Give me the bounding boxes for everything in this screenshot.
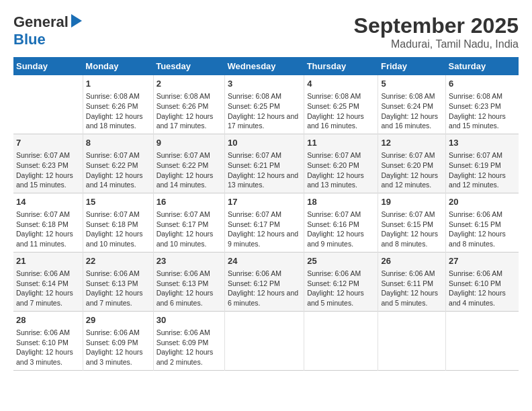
calendar-week-row: 7Sunrise: 6:07 AM Sunset: 6:23 PM Daylig…	[13, 134, 519, 193]
calendar-cell	[304, 311, 378, 370]
day-number: 24	[228, 255, 301, 267]
calendar-week-row: 14Sunrise: 6:07 AM Sunset: 6:18 PM Dayli…	[13, 193, 519, 252]
day-info: Sunrise: 6:07 AM Sunset: 6:22 PM Dayligh…	[157, 150, 222, 190]
day-info: Sunrise: 6:07 AM Sunset: 6:16 PM Dayligh…	[307, 210, 375, 249]
month-title: September 2025	[354, 13, 519, 38]
calendar-cell: 21Sunrise: 6:06 AM Sunset: 6:14 PM Dayli…	[13, 252, 83, 311]
day-info: Sunrise: 6:07 AM Sunset: 6:20 PM Dayligh…	[381, 150, 443, 190]
day-number: 5	[381, 78, 443, 90]
day-info: Sunrise: 6:06 AM Sunset: 6:10 PM Dayligh…	[449, 269, 516, 308]
day-info: Sunrise: 6:07 AM Sunset: 6:22 PM Dayligh…	[86, 150, 150, 190]
calendar-cell: 13Sunrise: 6:07 AM Sunset: 6:19 PM Dayli…	[446, 134, 519, 193]
day-info: Sunrise: 6:07 AM Sunset: 6:20 PM Dayligh…	[307, 150, 375, 190]
day-number: 16	[157, 196, 222, 208]
day-info: Sunrise: 6:06 AM Sunset: 6:15 PM Dayligh…	[449, 210, 516, 249]
day-number: 19	[381, 196, 443, 208]
calendar-cell	[13, 75, 83, 134]
day-info: Sunrise: 6:06 AM Sunset: 6:12 PM Dayligh…	[307, 269, 375, 308]
day-number: 9	[157, 137, 222, 149]
calendar-cell: 3Sunrise: 6:08 AM Sunset: 6:25 PM Daylig…	[225, 75, 304, 134]
day-info: Sunrise: 6:06 AM Sunset: 6:14 PM Dayligh…	[16, 269, 80, 308]
calendar-table: Sunday Monday Tuesday Wednesday Thursday…	[13, 57, 519, 371]
day-number: 30	[157, 314, 222, 326]
calendar-cell: 6Sunrise: 6:08 AM Sunset: 6:23 PM Daylig…	[446, 75, 519, 134]
calendar-cell: 28Sunrise: 6:06 AM Sunset: 6:10 PM Dayli…	[13, 311, 83, 370]
calendar-cell: 2Sunrise: 6:08 AM Sunset: 6:26 PM Daylig…	[153, 75, 224, 134]
day-info: Sunrise: 6:06 AM Sunset: 6:10 PM Dayligh…	[16, 328, 80, 367]
col-tuesday: Tuesday	[153, 57, 224, 75]
day-number: 22	[86, 255, 150, 267]
day-info: Sunrise: 6:08 AM Sunset: 6:25 PM Dayligh…	[307, 91, 375, 131]
day-number: 4	[307, 78, 375, 90]
calendar-cell	[225, 311, 304, 370]
day-number: 15	[86, 196, 150, 208]
calendar-cell: 9Sunrise: 6:07 AM Sunset: 6:22 PM Daylig…	[153, 134, 224, 193]
day-info: Sunrise: 6:06 AM Sunset: 6:09 PM Dayligh…	[157, 328, 222, 367]
day-number: 7	[16, 137, 80, 149]
col-monday: Monday	[83, 57, 153, 75]
day-number: 1	[86, 78, 150, 90]
calendar-cell: 4Sunrise: 6:08 AM Sunset: 6:25 PM Daylig…	[304, 75, 378, 134]
day-number: 26	[381, 255, 443, 267]
day-info: Sunrise: 6:08 AM Sunset: 6:26 PM Dayligh…	[157, 91, 222, 131]
calendar-cell: 1Sunrise: 6:08 AM Sunset: 6:26 PM Daylig…	[83, 75, 153, 134]
day-number: 17	[228, 196, 301, 208]
day-info: Sunrise: 6:07 AM Sunset: 6:17 PM Dayligh…	[228, 210, 301, 249]
day-number: 2	[157, 78, 222, 90]
col-wednesday: Wednesday	[225, 57, 304, 75]
day-number: 29	[86, 314, 150, 326]
col-friday: Friday	[378, 57, 446, 75]
logo-blue-text: Blue	[13, 31, 46, 48]
day-number: 23	[157, 255, 222, 267]
location: Madurai, Tamil Nadu, India	[354, 38, 519, 50]
day-info: Sunrise: 6:07 AM Sunset: 6:15 PM Dayligh…	[381, 210, 443, 249]
logo: General Blue	[13, 13, 82, 48]
calendar-cell: 27Sunrise: 6:06 AM Sunset: 6:10 PM Dayli…	[446, 252, 519, 311]
day-number: 10	[228, 137, 301, 149]
day-number: 11	[307, 137, 375, 149]
day-info: Sunrise: 6:07 AM Sunset: 6:17 PM Dayligh…	[157, 210, 222, 249]
day-info: Sunrise: 6:06 AM Sunset: 6:11 PM Dayligh…	[381, 269, 443, 308]
day-info: Sunrise: 6:07 AM Sunset: 6:19 PM Dayligh…	[449, 150, 516, 190]
title-block: September 2025 Madurai, Tamil Nadu, Indi…	[354, 13, 519, 50]
day-info: Sunrise: 6:08 AM Sunset: 6:26 PM Dayligh…	[86, 91, 150, 131]
day-number: 14	[16, 196, 80, 208]
calendar-week-row: 21Sunrise: 6:06 AM Sunset: 6:14 PM Dayli…	[13, 252, 519, 311]
day-info: Sunrise: 6:06 AM Sunset: 6:13 PM Dayligh…	[86, 269, 150, 308]
calendar-cell: 25Sunrise: 6:06 AM Sunset: 6:12 PM Dayli…	[304, 252, 378, 311]
day-info: Sunrise: 6:07 AM Sunset: 6:21 PM Dayligh…	[228, 150, 301, 190]
day-info: Sunrise: 6:06 AM Sunset: 6:09 PM Dayligh…	[86, 328, 150, 367]
calendar-cell: 17Sunrise: 6:07 AM Sunset: 6:17 PM Dayli…	[225, 193, 304, 252]
day-number: 3	[228, 78, 301, 90]
day-info: Sunrise: 6:08 AM Sunset: 6:25 PM Dayligh…	[228, 91, 301, 131]
calendar-header-row: Sunday Monday Tuesday Wednesday Thursday…	[13, 57, 519, 75]
calendar-cell: 23Sunrise: 6:06 AM Sunset: 6:13 PM Dayli…	[153, 252, 224, 311]
calendar-cell: 18Sunrise: 6:07 AM Sunset: 6:16 PM Dayli…	[304, 193, 378, 252]
calendar-cell: 22Sunrise: 6:06 AM Sunset: 6:13 PM Dayli…	[83, 252, 153, 311]
calendar-cell: 30Sunrise: 6:06 AM Sunset: 6:09 PM Dayli…	[153, 311, 224, 370]
calendar-cell: 29Sunrise: 6:06 AM Sunset: 6:09 PM Dayli…	[83, 311, 153, 370]
day-number: 6	[449, 78, 516, 90]
calendar-cell: 19Sunrise: 6:07 AM Sunset: 6:15 PM Dayli…	[378, 193, 446, 252]
day-number: 12	[381, 137, 443, 149]
day-number: 20	[449, 196, 516, 208]
day-number: 8	[86, 137, 150, 149]
day-number: 28	[16, 314, 80, 326]
day-info: Sunrise: 6:06 AM Sunset: 6:13 PM Dayligh…	[157, 269, 222, 308]
calendar-cell: 12Sunrise: 6:07 AM Sunset: 6:20 PM Dayli…	[378, 134, 446, 193]
col-thursday: Thursday	[304, 57, 378, 75]
calendar-week-row: 28Sunrise: 6:06 AM Sunset: 6:10 PM Dayli…	[13, 311, 519, 370]
calendar-cell: 16Sunrise: 6:07 AM Sunset: 6:17 PM Dayli…	[153, 193, 224, 252]
calendar-cell: 15Sunrise: 6:07 AM Sunset: 6:18 PM Dayli…	[83, 193, 153, 252]
day-number: 13	[449, 137, 516, 149]
logo-general-text: General	[13, 13, 69, 31]
col-saturday: Saturday	[446, 57, 519, 75]
calendar-cell: 8Sunrise: 6:07 AM Sunset: 6:22 PM Daylig…	[83, 134, 153, 193]
calendar-cell	[446, 311, 519, 370]
day-info: Sunrise: 6:08 AM Sunset: 6:24 PM Dayligh…	[381, 91, 443, 131]
calendar-cell: 10Sunrise: 6:07 AM Sunset: 6:21 PM Dayli…	[225, 134, 304, 193]
calendar-cell	[378, 311, 446, 370]
calendar-cell: 14Sunrise: 6:07 AM Sunset: 6:18 PM Dayli…	[13, 193, 83, 252]
calendar-cell: 20Sunrise: 6:06 AM Sunset: 6:15 PM Dayli…	[446, 193, 519, 252]
calendar-cell: 7Sunrise: 6:07 AM Sunset: 6:23 PM Daylig…	[13, 134, 83, 193]
